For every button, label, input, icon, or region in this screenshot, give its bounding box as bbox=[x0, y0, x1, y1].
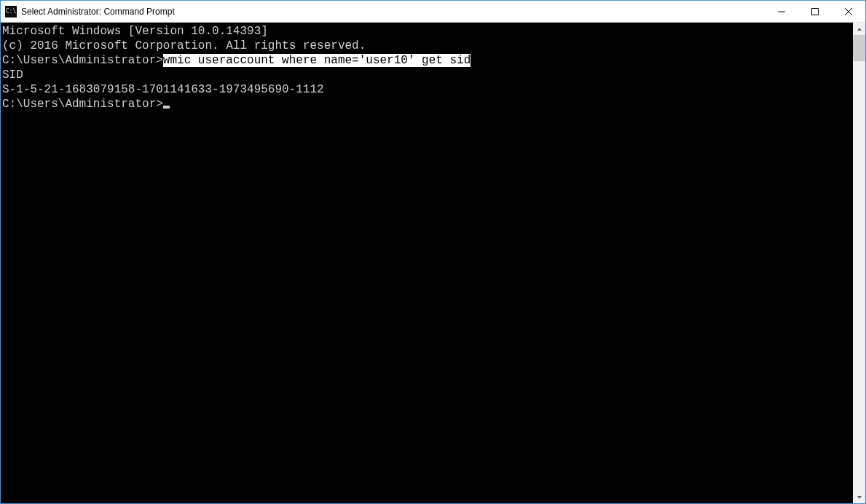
terminal-output[interactable]: Microsoft Windows [Version 10.0.14393](c… bbox=[1, 23, 853, 503]
close-button[interactable] bbox=[832, 1, 865, 22]
scroll-thumb[interactable] bbox=[853, 35, 865, 61]
scroll-track[interactable] bbox=[853, 35, 865, 491]
output-header: SID bbox=[2, 68, 853, 82]
minimize-icon bbox=[778, 8, 785, 15]
vertical-scrollbar[interactable] bbox=[853, 23, 865, 503]
minimize-button[interactable] bbox=[765, 1, 798, 22]
text-cursor bbox=[163, 106, 170, 109]
svg-line-2 bbox=[845, 8, 852, 15]
selected-command: wmic useraccount where name='user10' get… bbox=[163, 54, 471, 67]
maximize-button[interactable] bbox=[798, 1, 832, 22]
titlebar[interactable]: C:\ Select Administrator: Command Prompt bbox=[1, 1, 865, 23]
window-title: Select Administrator: Command Prompt bbox=[21, 7, 175, 17]
scroll-down-button[interactable] bbox=[853, 491, 865, 503]
close-icon bbox=[845, 8, 852, 15]
output-sid: S-1-5-21-1683079158-1701141633-197349569… bbox=[2, 82, 853, 97]
svg-rect-1 bbox=[812, 8, 819, 15]
cmd-icon: C:\ bbox=[5, 6, 17, 17]
terminal-area: Microsoft Windows [Version 10.0.14393](c… bbox=[1, 23, 865, 503]
chevron-up-icon bbox=[857, 26, 862, 32]
prompt-prefix: C:\Users\Administrator> bbox=[2, 54, 163, 67]
prompt-prefix: C:\Users\Administrator> bbox=[2, 98, 163, 111]
command-line-2: C:\Users\Administrator> bbox=[2, 97, 853, 111]
command-prompt-window: C:\ Select Administrator: Command Prompt… bbox=[0, 0, 866, 504]
command-line-1: C:\Users\Administrator>wmic useraccount … bbox=[2, 53, 853, 68]
svg-line-3 bbox=[845, 8, 852, 15]
chevron-down-icon bbox=[857, 495, 862, 500]
scroll-up-button[interactable] bbox=[853, 23, 865, 35]
copyright-line: (c) 2016 Microsoft Corporation. All righ… bbox=[2, 39, 853, 53]
maximize-icon bbox=[811, 8, 819, 15]
window-controls bbox=[765, 1, 865, 22]
version-line: Microsoft Windows [Version 10.0.14393] bbox=[2, 24, 853, 39]
